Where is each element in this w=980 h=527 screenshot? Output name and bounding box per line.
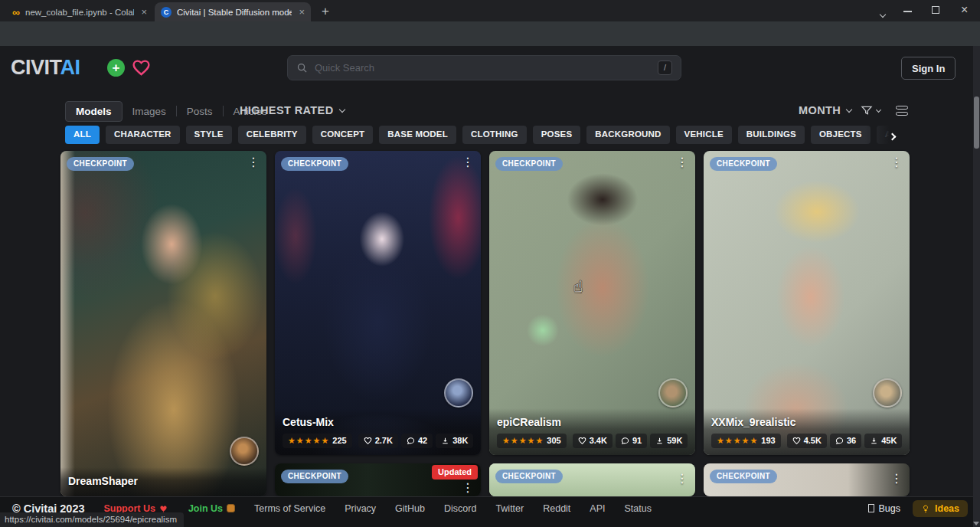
chip-buildings[interactable]: BUILDINGS: [738, 126, 805, 144]
scrollbar-thumb[interactable]: [974, 97, 979, 149]
model-card-xxmix-9realistic[interactable]: CHECKPOINT ⋮ XXMix_9realistic ★★★★★193 4…: [704, 151, 910, 455]
likes-pill: 4.5K: [787, 434, 827, 448]
creator-avatar[interactable]: [658, 378, 688, 408]
card-menu-icon[interactable]: ⋮: [890, 473, 903, 485]
card-menu-icon[interactable]: ⋮: [676, 156, 688, 169]
comments-pill: 91: [616, 434, 647, 448]
civitai-favicon-icon: C: [161, 7, 172, 18]
creator-avatar[interactable]: [444, 378, 473, 408]
card-menu-icon[interactable]: ⋮: [247, 156, 260, 169]
chip-objects[interactable]: OBJECTS: [811, 126, 871, 144]
model-title: DreamShaper: [68, 475, 259, 487]
filter-dropdown[interactable]: [861, 104, 880, 116]
chip-base-model[interactable]: BASE MODEL: [379, 126, 456, 144]
model-card-dreamshaper[interactable]: CHECKPOINT ⋮ DreamShaper: [60, 151, 266, 496]
card-menu-icon[interactable]: ⋮: [462, 156, 474, 169]
chips-scroll-right-button[interactable]: [890, 129, 895, 142]
minimize-button[interactable]: [903, 11, 912, 12]
tab-models[interactable]: Models: [65, 101, 122, 122]
chip-character[interactable]: CHARACTER: [106, 126, 180, 144]
browser-tab-strip: ∞ new_colab_file.ipynb - Colaborat × C C…: [0, 0, 980, 21]
civitai-header: CIVITAI + Quick Search / Sign In: [0, 46, 980, 90]
create-plus-button[interactable]: +: [107, 59, 125, 77]
model-card-cetus-mix[interactable]: CHECKPOINT ⋮ Cetus-Mix ★★★★★225 2.7K 42 …: [275, 151, 481, 455]
chip-all[interactable]: ALL: [65, 126, 100, 144]
tab-posts[interactable]: Posts: [177, 102, 223, 121]
footer-link-reddit[interactable]: Reddit: [543, 503, 570, 514]
model-title: XXMix_9realistic: [711, 416, 902, 428]
card-menu-icon[interactable]: ⋮: [890, 156, 903, 169]
comments-pill: 36: [830, 434, 861, 448]
partial-model-card[interactable]: CHECKPOINT ⋮: [704, 463, 910, 496]
chip-clothing[interactable]: CLOTHING: [462, 126, 527, 144]
partial-model-card[interactable]: CHECKPOINT ⋮: [489, 463, 695, 496]
creator-avatar[interactable]: [873, 378, 902, 408]
maximize-button[interactable]: [932, 6, 939, 14]
downloads-count: 45K: [881, 436, 897, 446]
updated-badge: Updated: [432, 465, 478, 480]
checkpoint-badge: CHECKPOINT: [710, 470, 777, 483]
downloads-pill: 59K: [650, 434, 688, 448]
model-card-grid: CHECKPOINT ⋮ DreamShaper CHECKPOINT ⋮ Ce…: [60, 151, 910, 496]
chip-style[interactable]: STYLE: [186, 126, 232, 144]
downloads-pill: 38K: [436, 434, 473, 448]
rating-count: 193: [761, 436, 775, 446]
checkpoint-badge: CHECKPOINT: [281, 470, 348, 483]
tab-title: new_colab_file.ipynb - Colaborat: [25, 8, 134, 17]
chip-concept[interactable]: CONCEPT: [312, 126, 374, 144]
creator-avatar[interactable]: [230, 437, 259, 466]
comments-count: 36: [847, 436, 856, 446]
search-placeholder: Quick Search: [315, 62, 651, 74]
slash-shortcut-key: /: [658, 61, 672, 75]
footer-link-privacy[interactable]: Privacy: [345, 503, 376, 514]
partial-model-card[interactable]: CHECKPOINT Updated ⋮: [275, 463, 481, 496]
new-tab-button[interactable]: +: [322, 4, 329, 19]
chip-background[interactable]: BACKGROUND: [586, 126, 669, 144]
tab-colab[interactable]: ∞ new_colab_file.ipynb - Colaborat ×: [6, 2, 153, 21]
heart-icon: [792, 437, 801, 445]
model-card-epicrealism[interactable]: CHECKPOINT ⋮ epiCRealism ★★★★★305 3.4K 9…: [489, 151, 695, 455]
quick-search-input[interactable]: Quick Search /: [287, 55, 681, 80]
card-menu-icon[interactable]: ⋮: [676, 473, 688, 485]
close-tab-icon[interactable]: ×: [297, 6, 305, 18]
comment-icon: [407, 437, 415, 445]
chip-vehicle[interactable]: VEHICLE: [676, 126, 732, 144]
layout-toggle-button[interactable]: [896, 106, 908, 116]
footer-link-api[interactable]: API: [590, 503, 605, 514]
downloads-count: 38K: [452, 436, 468, 446]
scrollbar[interactable]: [973, 46, 980, 527]
download-icon: [655, 437, 664, 445]
chip-celebrity[interactable]: CELEBRITY: [238, 126, 306, 144]
heart-icon: [364, 437, 372, 445]
footer-link-terms[interactable]: Terms of Service: [254, 503, 325, 514]
favorites-heart-icon[interactable]: [131, 58, 152, 77]
sign-in-button[interactable]: Sign In: [901, 57, 956, 80]
content-nav-row: Models Images Posts Articles HIGHEST RAT…: [0, 100, 980, 122]
chip-poses[interactable]: POSES: [533, 126, 581, 144]
footer-link-status[interactable]: Status: [625, 503, 652, 514]
close-tab-icon[interactable]: ×: [139, 6, 147, 18]
tab-images[interactable]: Images: [122, 102, 176, 121]
download-icon: [441, 437, 449, 445]
close-window-button[interactable]: ×: [961, 3, 968, 17]
footer-link-join-us[interactable]: Join Us: [188, 503, 235, 514]
chevron-down-icon: [846, 106, 852, 112]
comment-icon: [621, 437, 629, 445]
rating-pill: ★★★★★305: [497, 434, 567, 448]
period-dropdown[interactable]: MONTH: [799, 104, 851, 116]
scrollbar-down-arrow[interactable]: [973, 522, 979, 525]
likes-count: 4.5K: [804, 436, 822, 446]
civitai-logo[interactable]: CIVITAI: [11, 56, 80, 80]
window-chevron-icon[interactable]: [880, 8, 885, 19]
ideas-button[interactable]: Ideas: [913, 500, 968, 517]
bugs-button[interactable]: Bugs: [868, 503, 901, 514]
tab-title: Civitai | Stable Diffusion models,: [177, 8, 292, 17]
card-menu-icon[interactable]: ⋮: [462, 482, 474, 494]
footer-link-github[interactable]: GitHub: [395, 503, 425, 514]
likes-count: 2.7K: [375, 436, 393, 446]
footer-link-discord[interactable]: Discord: [444, 503, 476, 514]
tab-civitai[interactable]: C Civitai | Stable Diffusion models, ×: [155, 2, 311, 21]
sort-dropdown[interactable]: HIGHEST RATED: [240, 104, 345, 116]
checkpoint-badge: CHECKPOINT: [281, 157, 348, 171]
footer-link-twitter[interactable]: Twitter: [495, 503, 524, 514]
